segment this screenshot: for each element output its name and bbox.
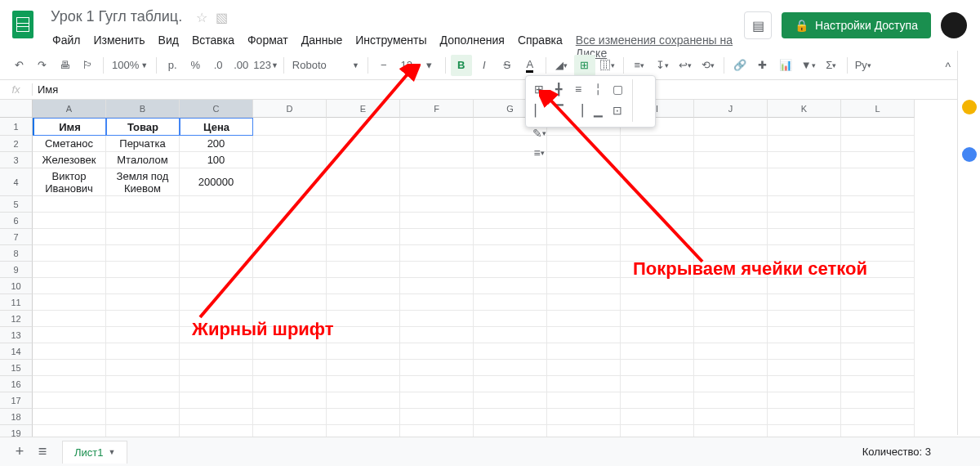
cell[interactable] xyxy=(768,229,841,245)
cell[interactable] xyxy=(106,327,180,343)
cell[interactable] xyxy=(474,343,547,360)
col-header[interactable]: B xyxy=(106,100,180,118)
row-header[interactable]: 7 xyxy=(0,229,33,245)
cell[interactable]: Перчатка xyxy=(106,136,180,152)
cell[interactable] xyxy=(327,168,400,196)
cell[interactable] xyxy=(621,229,694,245)
cell[interactable] xyxy=(400,294,474,311)
cell[interactable]: Земля под Киевом xyxy=(106,168,180,196)
border-outer-icon[interactable]: ▢ xyxy=(608,79,627,99)
cell[interactable] xyxy=(841,229,915,245)
cell[interactable] xyxy=(621,152,694,168)
cell[interactable] xyxy=(547,294,621,311)
cell[interactable] xyxy=(180,294,253,311)
tasks-icon[interactable] xyxy=(962,147,977,162)
doc-title[interactable]: Урок 1 Гугл таблиц. xyxy=(46,7,187,27)
cell[interactable] xyxy=(768,136,841,152)
border-none-icon[interactable]: ⊡ xyxy=(608,101,627,120)
border-horizontal-icon[interactable]: ≡ xyxy=(568,79,588,99)
cell[interactable] xyxy=(327,409,400,425)
cell[interactable] xyxy=(327,311,400,327)
cell[interactable] xyxy=(327,196,400,213)
row-header[interactable]: 8 xyxy=(0,245,33,262)
cell[interactable] xyxy=(841,409,915,425)
cell[interactable] xyxy=(841,152,915,168)
cell[interactable] xyxy=(33,311,106,327)
cell[interactable] xyxy=(694,409,768,425)
rotate-button[interactable]: ⟲▾ xyxy=(697,55,719,76)
cell[interactable] xyxy=(327,327,400,343)
cell[interactable]: Товар xyxy=(106,118,180,136)
cell[interactable] xyxy=(621,196,694,213)
input-lang-button[interactable]: Ру▾ xyxy=(853,55,874,76)
paint-format-button[interactable]: 🏳 xyxy=(77,55,98,76)
row-header[interactable]: 3 xyxy=(0,152,33,168)
col-header[interactable]: J xyxy=(694,100,768,118)
redo-button[interactable]: ↷ xyxy=(31,55,52,76)
undo-button[interactable]: ↶ xyxy=(8,55,29,76)
cell[interactable] xyxy=(474,229,547,245)
cell[interactable] xyxy=(106,213,180,229)
border-top-icon[interactable]: ▔ xyxy=(549,101,568,120)
cell[interactable] xyxy=(400,409,474,425)
cell[interactable] xyxy=(400,152,474,168)
italic-button[interactable]: I xyxy=(474,55,495,76)
cell[interactable] xyxy=(694,311,768,327)
col-header[interactable]: K xyxy=(768,100,841,118)
cell[interactable] xyxy=(547,343,621,360)
cell[interactable]: Имя xyxy=(33,118,106,136)
cell[interactable] xyxy=(841,294,915,311)
cell[interactable] xyxy=(621,278,694,294)
borders-popup[interactable]: ⊞ ╋ ≡ ╎ ▢ ▏ ▔ ▕ ▁ ⊡ ✎▾ ≡▾ xyxy=(525,75,656,128)
cell[interactable] xyxy=(621,409,694,425)
cell[interactable] xyxy=(768,409,841,425)
cell[interactable] xyxy=(400,229,474,245)
cell[interactable] xyxy=(253,343,327,360)
cell[interactable] xyxy=(841,168,915,196)
cell[interactable] xyxy=(400,262,474,278)
cell[interactable] xyxy=(694,278,768,294)
cell[interactable] xyxy=(841,327,915,343)
cell[interactable] xyxy=(474,196,547,213)
cell[interactable] xyxy=(327,376,400,392)
cell[interactable] xyxy=(547,168,621,196)
cell[interactable] xyxy=(253,213,327,229)
row-header[interactable]: 11 xyxy=(0,294,33,311)
cell[interactable] xyxy=(400,245,474,262)
row-header[interactable]: 4 xyxy=(0,168,33,196)
folder-icon[interactable]: ▧ xyxy=(216,11,228,25)
cell[interactable]: 100 xyxy=(180,152,253,168)
cell[interactable] xyxy=(474,168,547,196)
cell[interactable] xyxy=(621,136,694,152)
cell[interactable] xyxy=(327,245,400,262)
row-header[interactable]: 13 xyxy=(0,327,33,343)
cell[interactable] xyxy=(621,311,694,327)
select-all-corner[interactable] xyxy=(0,100,33,118)
cell[interactable] xyxy=(180,262,253,278)
cell[interactable] xyxy=(400,360,474,376)
font-size-input[interactable]: 12 xyxy=(396,59,417,71)
cell[interactable] xyxy=(253,229,327,245)
cell[interactable] xyxy=(180,245,253,262)
h-align-button[interactable]: ≡▾ xyxy=(629,55,650,76)
cell[interactable] xyxy=(33,213,106,229)
cell[interactable] xyxy=(400,213,474,229)
cell[interactable] xyxy=(400,311,474,327)
cell[interactable] xyxy=(253,278,327,294)
border-style-icon[interactable]: ≡▾ xyxy=(529,143,549,163)
cell[interactable] xyxy=(768,376,841,392)
cell[interactable] xyxy=(768,294,841,311)
strike-button[interactable]: S xyxy=(497,55,518,76)
filter-button[interactable]: ▼▾ xyxy=(798,55,819,76)
cell[interactable] xyxy=(474,245,547,262)
cell[interactable] xyxy=(180,229,253,245)
cell[interactable] xyxy=(621,343,694,360)
cell[interactable] xyxy=(768,327,841,343)
cell[interactable] xyxy=(694,213,768,229)
v-align-button[interactable]: ↧▾ xyxy=(652,55,673,76)
cell[interactable]: 200000 xyxy=(180,168,253,196)
merge-button[interactable]: ⿲▾ xyxy=(597,55,618,76)
cell[interactable] xyxy=(33,196,106,213)
cell[interactable] xyxy=(547,136,621,152)
cell[interactable] xyxy=(768,152,841,168)
